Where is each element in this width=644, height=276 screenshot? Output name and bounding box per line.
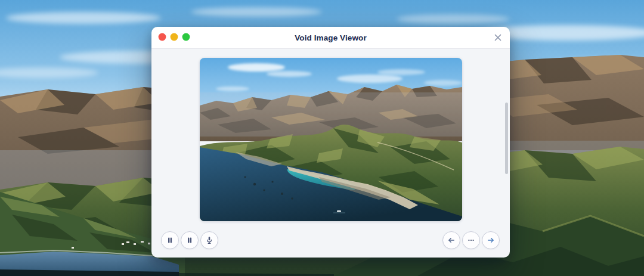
boat	[337, 210, 341, 212]
microphone-button[interactable]	[200, 231, 218, 249]
titlebar: Void Image Viewor	[151, 27, 510, 49]
arrow-left-icon	[447, 235, 456, 245]
arrow-right-icon	[486, 235, 496, 245]
landscape-photo	[200, 58, 462, 221]
scrollbar-thumb[interactable]	[505, 103, 508, 174]
more-options-button[interactable]	[462, 231, 480, 249]
minimize-traffic-button[interactable]	[171, 33, 178, 41]
window-body	[151, 49, 510, 258]
toolbar-right	[442, 231, 500, 249]
close-icon	[493, 33, 503, 42]
desktop: Void Image Viewor	[0, 0, 644, 276]
pause-button-2[interactable]	[181, 231, 199, 249]
app-window: Void Image Viewor	[151, 27, 510, 258]
traffic-lights	[158, 33, 195, 41]
zoom-traffic-button[interactable]	[182, 33, 190, 41]
close-traffic-button[interactable]	[159, 33, 166, 41]
ellipsis-icon	[466, 235, 476, 245]
toolbar-left	[161, 231, 218, 249]
back-button[interactable]	[442, 231, 460, 249]
microphone-icon	[205, 235, 214, 245]
close-button[interactable]	[493, 33, 503, 42]
window-title: Void Image Viewor	[295, 33, 366, 42]
image-viewer[interactable]	[200, 58, 462, 221]
pause-icon	[185, 235, 194, 245]
forward-button[interactable]	[482, 231, 500, 249]
pause-icon	[165, 235, 175, 245]
pause-button-1[interactable]	[161, 231, 179, 249]
